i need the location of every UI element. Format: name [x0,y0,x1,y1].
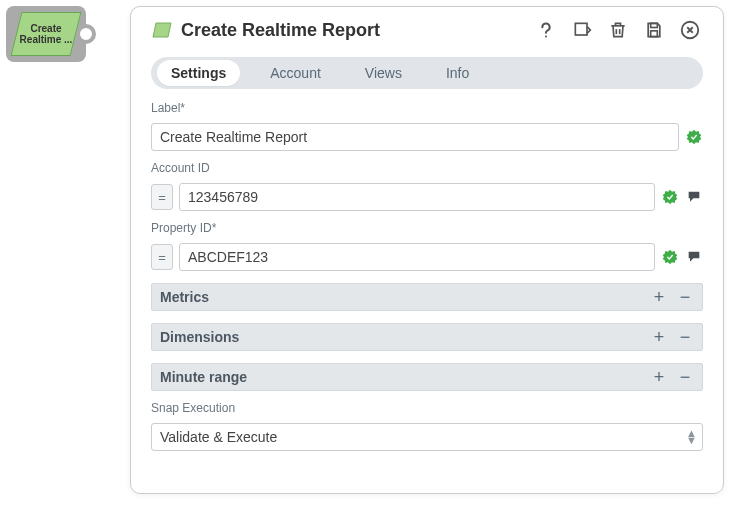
section-actions: + − [650,328,694,346]
svg-rect-3 [651,23,658,27]
tab-account[interactable]: Account [256,60,335,86]
panel-header: Create Realtime Report [151,17,703,43]
valid-icon [661,248,679,266]
help-icon[interactable] [533,17,559,43]
duplicate-icon[interactable] [569,17,595,43]
property-id-input[interactable] [179,243,655,271]
snap-execution-label: Snap Execution [151,401,703,415]
label-field-row [151,123,703,151]
expression-toggle[interactable]: = [151,244,173,270]
svg-rect-4 [651,31,658,37]
svg-marker-8 [663,250,678,265]
svg-marker-0 [153,23,171,37]
label-field-label: Label* [151,101,703,115]
panel-title: Create Realtime Report [181,20,525,41]
minute-range-section[interactable]: Minute range + − [151,363,703,391]
section-actions: + − [650,288,694,306]
snap-execution-select-wrap: ▲▼ [151,423,703,451]
header-actions [533,17,703,43]
save-icon[interactable] [641,17,667,43]
close-icon[interactable] [677,17,703,43]
tab-settings[interactable]: Settings [157,60,240,86]
metrics-section[interactable]: Metrics + − [151,283,703,311]
svg-marker-6 [687,130,702,145]
account-id-input[interactable] [179,183,655,211]
snap-execution-select[interactable] [151,423,703,451]
delete-icon[interactable] [605,17,631,43]
workflow-node-output-port[interactable] [76,24,96,44]
minute-range-section-title: Minute range [160,369,650,385]
section-actions: + − [650,368,694,386]
property-id-row: = [151,243,703,271]
tab-info[interactable]: Info [432,60,483,86]
settings-form: Label* Account ID = Property ID* = [151,99,703,451]
svg-rect-2 [575,23,587,35]
remove-icon[interactable]: − [676,288,694,306]
account-id-label: Account ID [151,161,703,175]
valid-icon [685,128,703,146]
workflow-node-body: Create Realtime ... [6,6,86,62]
tab-bar: Settings Account Views Info [151,57,703,89]
remove-icon[interactable]: − [676,368,694,386]
account-id-row: = [151,183,703,211]
metrics-section-title: Metrics [160,289,650,305]
valid-icon [661,188,679,206]
property-id-label: Property ID* [151,221,703,235]
add-icon[interactable]: + [650,288,668,306]
svg-marker-7 [663,190,678,205]
label-input[interactable] [151,123,679,151]
expression-toggle[interactable]: = [151,184,173,210]
svg-point-1 [545,35,547,37]
workflow-node-label: Create Realtime ... [17,23,75,45]
dimensions-section[interactable]: Dimensions + − [151,323,703,351]
suggestion-icon[interactable] [685,248,703,266]
workflow-node-inner: Create Realtime ... [11,12,82,56]
remove-icon[interactable]: − [676,328,694,346]
snap-icon [151,19,173,41]
suggestion-icon[interactable] [685,188,703,206]
settings-panel: Create Realtime Report [130,6,724,494]
tab-views[interactable]: Views [351,60,416,86]
add-icon[interactable]: + [650,368,668,386]
workflow-node[interactable]: Create Realtime ... [6,6,104,66]
dimensions-section-title: Dimensions [160,329,650,345]
add-icon[interactable]: + [650,328,668,346]
